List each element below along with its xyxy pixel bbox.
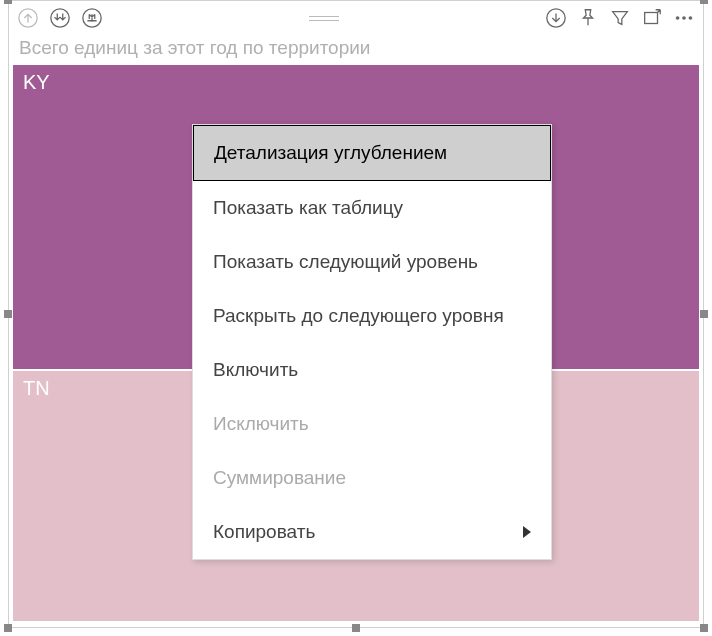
resize-handle[interactable] bbox=[700, 624, 708, 632]
drill-all-down-icon[interactable] bbox=[47, 5, 73, 31]
chevron-right-icon bbox=[523, 526, 531, 538]
menu-item-show-as-table[interactable]: Показать как таблицу bbox=[193, 181, 551, 235]
drag-grip-icon[interactable] bbox=[304, 16, 344, 21]
resize-handle[interactable] bbox=[352, 624, 360, 632]
menu-item-drill-down[interactable]: Детализация углублением bbox=[193, 125, 551, 181]
tile-label: TN bbox=[23, 377, 50, 399]
menu-label: Исключить bbox=[213, 413, 309, 435]
tile-label: KY bbox=[23, 71, 50, 93]
menu-label: Копировать bbox=[213, 521, 315, 543]
menu-label: Включить bbox=[213, 359, 298, 381]
menu-label: Раскрыть до следующего уровня bbox=[213, 305, 504, 327]
svg-point-7 bbox=[689, 16, 693, 20]
focus-mode-icon[interactable] bbox=[639, 5, 665, 31]
resize-handle[interactable] bbox=[4, 624, 12, 632]
menu-label: Детализация углублением bbox=[214, 142, 447, 164]
drill-up-icon bbox=[15, 5, 41, 31]
menu-label: Показать следующий уровень bbox=[213, 251, 478, 273]
context-menu: Детализация углублением Показать как таб… bbox=[192, 124, 552, 560]
menu-item-summarize: Суммирование bbox=[193, 451, 551, 505]
svg-point-5 bbox=[676, 16, 680, 20]
menu-item-exclude: Исключить bbox=[193, 397, 551, 451]
filter-icon[interactable] bbox=[607, 5, 633, 31]
menu-item-show-next-level[interactable]: Показать следующий уровень bbox=[193, 235, 551, 289]
svg-point-6 bbox=[682, 16, 686, 20]
resize-handle[interactable] bbox=[700, 310, 708, 318]
chart-title: Всего единиц за этот год по территории bbox=[9, 35, 703, 65]
visual-toolbar bbox=[9, 1, 703, 35]
resize-handle[interactable] bbox=[4, 0, 12, 4]
menu-label: Суммирование bbox=[213, 467, 346, 489]
drill-one-icon[interactable] bbox=[79, 5, 105, 31]
drill-mode-icon[interactable] bbox=[543, 5, 569, 31]
svg-rect-4 bbox=[645, 13, 658, 24]
pin-icon[interactable] bbox=[575, 5, 601, 31]
menu-item-copy[interactable]: Копировать bbox=[193, 505, 551, 559]
resize-handle[interactable] bbox=[4, 310, 12, 318]
svg-point-1 bbox=[51, 9, 69, 27]
menu-item-expand-next-level[interactable]: Раскрыть до следующего уровня bbox=[193, 289, 551, 343]
menu-item-include[interactable]: Включить bbox=[193, 343, 551, 397]
more-options-icon[interactable] bbox=[671, 5, 697, 31]
menu-label: Показать как таблицу bbox=[213, 197, 403, 219]
resize-handle[interactable] bbox=[700, 0, 708, 4]
